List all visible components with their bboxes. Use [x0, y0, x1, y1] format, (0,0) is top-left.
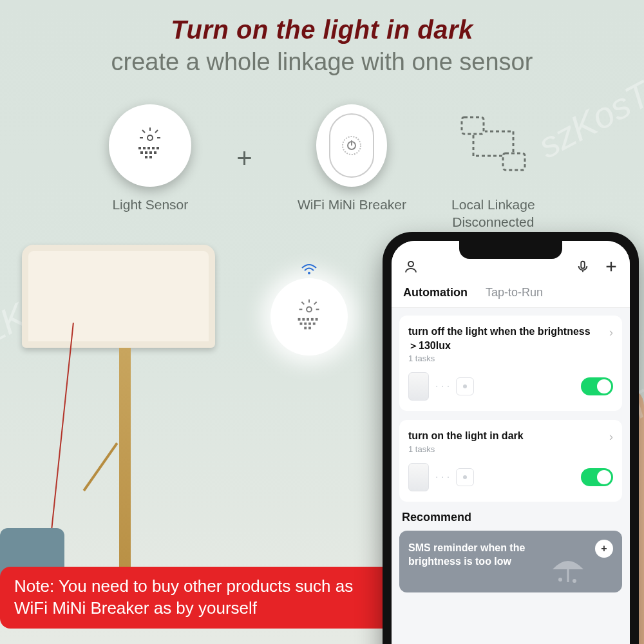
device-label: WiFi MiNi Breaker	[298, 196, 406, 213]
automation-card[interactable]: turn on the light in dark 1 tasks › · · …	[399, 420, 622, 502]
card-title: turn off the light when the brightness ＞…	[408, 325, 595, 352]
svg-rect-31	[307, 318, 309, 321]
svg-rect-37	[313, 323, 316, 325]
svg-rect-20	[462, 117, 484, 134]
device-label: Local Linkage Disconnected	[451, 196, 535, 231]
umbrella-icon	[549, 555, 587, 587]
svg-rect-39	[308, 327, 311, 329]
recommend-title: SMS reminder when the brightness is too …	[408, 541, 556, 569]
header: Turn on the light in dark create a whole…	[0, 0, 644, 82]
svg-rect-30	[302, 318, 305, 321]
sensor-thumb-icon	[408, 372, 429, 401]
tabs: Automation Tap-to-Run	[392, 281, 630, 308]
sensor-thumb-icon	[408, 463, 429, 491]
device-row: Light Sensor + WiFi MiNi Breaker Local L…	[0, 104, 644, 231]
tab-automation[interactable]: Automation	[403, 286, 468, 299]
tab-tap-to-run[interactable]: Tap-to-Run	[486, 286, 543, 299]
device-breaker: WiFi MiNi Breaker	[298, 104, 406, 231]
device-linkage: Local Linkage Disconnected	[451, 104, 535, 231]
svg-line-28	[301, 302, 304, 305]
target-thumb-icon	[456, 468, 474, 486]
card-tasks: 1 tasks	[408, 444, 613, 454]
svg-rect-9	[152, 147, 155, 149]
device-light-sensor: Light Sensor	[109, 104, 191, 231]
chevron-right-icon: ›	[609, 326, 613, 339]
card-tasks: 1 tasks	[408, 354, 613, 363]
light-sensor-icon	[109, 104, 191, 187]
card-flow: · · ·	[408, 463, 474, 491]
svg-rect-21	[503, 153, 525, 170]
toggle-switch[interactable]	[581, 468, 613, 486]
svg-rect-16	[149, 156, 152, 158]
svg-point-40	[408, 261, 413, 267]
svg-rect-14	[154, 151, 156, 154]
svg-line-5	[142, 130, 145, 133]
svg-rect-32	[311, 318, 314, 321]
card-title: turn on the light in dark	[408, 429, 595, 443]
svg-rect-33	[316, 318, 318, 321]
svg-line-4	[155, 130, 158, 133]
recommend-card[interactable]: SMS reminder when the brightness is too …	[399, 531, 622, 592]
svg-rect-36	[308, 323, 311, 325]
chevron-right-icon: ›	[609, 430, 613, 444]
svg-point-23	[307, 307, 312, 312]
linkage-icon	[458, 113, 529, 178]
device-label: Light Sensor	[112, 196, 188, 213]
svg-rect-41	[581, 261, 585, 269]
add-recommend-button[interactable]: +	[595, 540, 613, 558]
svg-line-27	[314, 302, 317, 305]
phone-notch	[459, 241, 562, 259]
automation-card[interactable]: turn off the light when the brightness ＞…	[399, 316, 622, 411]
recommend-heading: Recommend	[402, 511, 620, 524]
plus-icon: +	[236, 143, 252, 174]
svg-point-45	[558, 578, 562, 582]
sub-headline: create a whole linkage with one sensor	[0, 48, 644, 76]
voice-icon[interactable]	[576, 260, 590, 274]
svg-rect-6	[138, 147, 141, 149]
note-banner: Note: You need to buy other products suc…	[0, 567, 399, 629]
svg-rect-8	[147, 147, 150, 149]
svg-rect-7	[143, 147, 146, 149]
breaker-icon	[316, 104, 387, 187]
svg-rect-12	[145, 151, 147, 154]
svg-rect-13	[149, 151, 152, 154]
svg-rect-15	[145, 156, 147, 158]
svg-point-22	[308, 272, 310, 274]
card-flow: · · ·	[408, 372, 474, 401]
floating-sensor	[270, 263, 348, 355]
phone-mockup: Automation Tap-to-Run turn off the light…	[383, 232, 639, 644]
svg-point-46	[573, 579, 576, 583]
add-icon[interactable]	[604, 260, 618, 274]
target-thumb-icon	[456, 377, 474, 395]
svg-rect-29	[298, 318, 301, 321]
svg-rect-10	[156, 147, 159, 149]
toggle-switch[interactable]	[581, 377, 613, 395]
headline: Turn on the light in dark	[0, 15, 644, 44]
svg-point-0	[147, 135, 153, 140]
wifi-icon	[301, 263, 317, 276]
svg-rect-11	[140, 151, 143, 154]
svg-rect-38	[304, 327, 307, 329]
svg-rect-34	[300, 323, 303, 325]
svg-rect-35	[304, 323, 307, 325]
profile-icon[interactable]	[403, 259, 419, 274]
